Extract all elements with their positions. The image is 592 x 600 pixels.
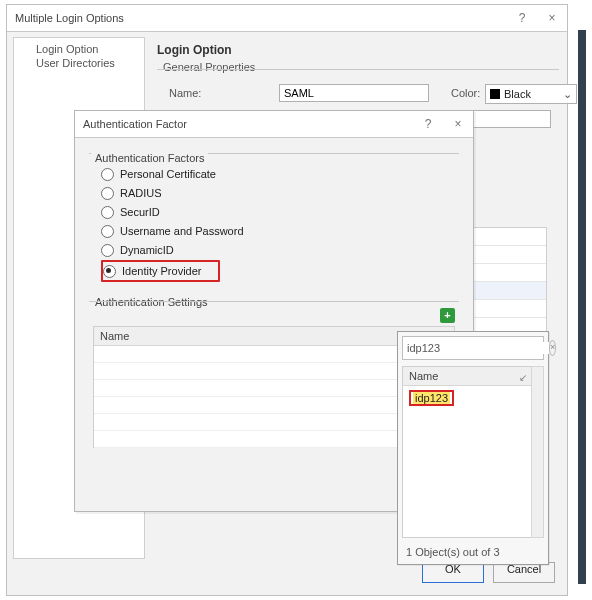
ok-button[interactable]: OK xyxy=(422,562,484,583)
auth-help-button[interactable]: ? xyxy=(413,111,443,137)
idp-picker-popup: × × Name ↙ idp123 1 Object(s) out of 3 xyxy=(397,331,549,565)
auth-factors-group: Personal Certificate RADIUS SecurID User… xyxy=(89,153,459,289)
radio-dynamicid[interactable]: DynamicID xyxy=(101,241,455,259)
chevron-down-icon: ⌄ xyxy=(563,88,572,101)
radio-personal-certificate[interactable]: Personal Certificate xyxy=(101,165,455,183)
picker-item-label: idp123 xyxy=(413,392,450,404)
color-swatch-icon xyxy=(490,89,500,99)
main-button-bar: OK Cancel xyxy=(416,562,555,583)
color-label: Color: xyxy=(451,87,480,99)
main-titlebar: Multiple Login Options ? × xyxy=(7,5,567,32)
radio-icon xyxy=(101,206,114,219)
tree-item-user-directories[interactable]: User Directories xyxy=(20,56,144,70)
picker-item-idp123[interactable]: idp123 xyxy=(409,390,454,406)
radio-securid[interactable]: SecurID xyxy=(101,203,455,221)
radio-identity-provider[interactable]: Identity Provider xyxy=(101,260,220,282)
name-input[interactable] xyxy=(279,84,429,102)
picker-search-input[interactable] xyxy=(403,342,549,354)
name-label: Name: xyxy=(169,87,201,99)
color-value: Black xyxy=(504,88,531,100)
picker-scrollbar[interactable] xyxy=(531,366,544,538)
radio-radius[interactable]: RADIUS xyxy=(101,184,455,202)
radio-icon xyxy=(103,265,116,278)
tree-item-login-option[interactable]: Login Option xyxy=(20,42,144,56)
radio-label: Personal Certificate xyxy=(120,168,216,180)
auth-factors-label: Authentication Factors xyxy=(91,152,208,164)
auth-title: Authentication Factor xyxy=(83,118,187,130)
radio-label: Username and Password xyxy=(120,225,244,237)
picker-status: 1 Object(s) out of 3 xyxy=(406,546,500,558)
close-button[interactable]: × xyxy=(537,5,567,31)
radio-icon xyxy=(101,225,114,238)
radio-label: SecurID xyxy=(120,206,160,218)
cancel-button[interactable]: Cancel xyxy=(493,562,555,583)
radio-icon xyxy=(101,168,114,181)
auth-close-button[interactable]: × xyxy=(443,111,473,137)
picker-search[interactable]: × xyxy=(402,336,544,360)
picker-list[interactable]: Name ↙ idp123 xyxy=(402,366,532,538)
add-button[interactable]: + xyxy=(440,308,455,323)
page-heading: Login Option xyxy=(157,43,559,57)
picker-col-name[interactable]: Name ↙ xyxy=(403,367,531,386)
pin-icon[interactable]: ↙ xyxy=(519,369,527,387)
picker-col-label: Name xyxy=(409,370,438,382)
radio-label: Identity Provider xyxy=(122,265,201,277)
radio-icon xyxy=(101,187,114,200)
radio-username-password[interactable]: Username and Password xyxy=(101,222,455,240)
radio-label: DynamicID xyxy=(120,244,174,256)
background-strip xyxy=(578,30,586,584)
radio-icon xyxy=(101,244,114,257)
color-select[interactable]: Black ⌄ xyxy=(485,84,577,104)
main-title: Multiple Login Options xyxy=(15,12,124,24)
auth-titlebar: Authentication Factor ? × xyxy=(75,111,473,138)
radio-label: RADIUS xyxy=(120,187,162,199)
help-button[interactable]: ? xyxy=(507,5,537,31)
